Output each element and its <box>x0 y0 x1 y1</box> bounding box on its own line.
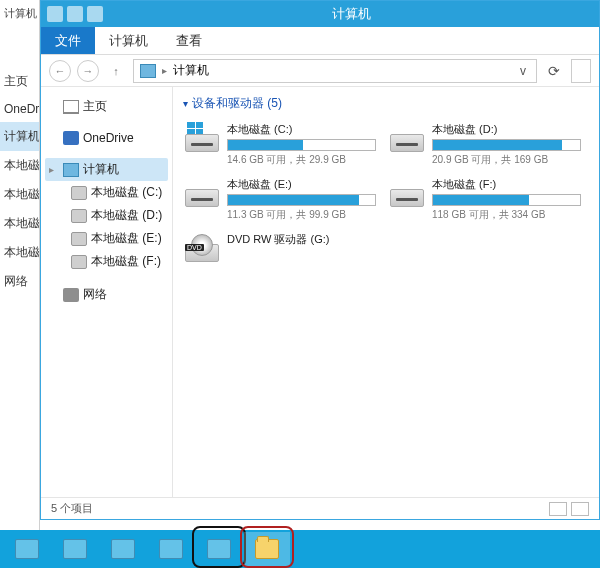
bg-tree-computer[interactable]: 计算机 <box>0 122 39 151</box>
drive-name: 本地磁盘 (C:) <box>227 122 376 137</box>
drive-space-text: 11.3 GB 可用，共 99.9 GB <box>227 208 376 222</box>
drive-icon <box>71 186 87 200</box>
computer-icon <box>140 64 156 78</box>
folder-icon <box>255 539 279 559</box>
window-title: 计算机 <box>109 5 593 23</box>
drive-usage-bar <box>432 194 581 206</box>
tree-drive-label: 本地磁盘 (E:) <box>91 230 162 247</box>
tree-computer-label: 计算机 <box>83 161 119 178</box>
bg-tree-drive-e[interactable]: 本地磁 <box>0 209 39 238</box>
onedrive-icon <box>63 131 79 145</box>
tree-home-label: 主页 <box>83 98 107 115</box>
up-button[interactable]: ↑ <box>105 60 127 82</box>
forward-icon: → <box>83 65 94 77</box>
drive-tile[interactable]: 本地磁盘 (E:)11.3 GB 可用，共 99.9 GB <box>183 175 378 224</box>
tree-drive-d[interactable]: 本地磁盘 (D:) <box>67 204 168 227</box>
home-icon <box>63 100 79 114</box>
drive-name: 本地磁盘 (D:) <box>432 122 581 137</box>
back-icon: ← <box>55 65 66 77</box>
bg-window-title: 计算机 <box>0 0 39 27</box>
search-box[interactable] <box>571 59 591 83</box>
chevron-down-icon: ▾ <box>183 98 188 109</box>
up-icon: ↑ <box>113 65 119 77</box>
qat-icon-1[interactable] <box>47 6 63 22</box>
view-details-button[interactable] <box>549 502 567 516</box>
dvd-drive-icon: DVD <box>185 232 219 262</box>
tab-file[interactable]: 文件 <box>41 27 95 54</box>
drive-space-text: 14.6 GB 可用，共 29.9 GB <box>227 153 376 167</box>
app-icon <box>63 539 87 559</box>
bg-tree-drive-c[interactable]: 本地磁 <box>0 151 39 180</box>
drive-usage-bar <box>432 139 581 151</box>
background-window-tree: 计算机 主页 OneDrive 计算机 本地磁 本地磁 本地磁 本地磁 网络 <box>0 0 40 530</box>
taskbar-button-explorer[interactable] <box>244 532 290 566</box>
breadcrumb-location[interactable]: 计算机 <box>173 62 209 79</box>
bg-tree-network[interactable]: 网络 <box>0 267 39 296</box>
view-icons-button[interactable] <box>571 502 589 516</box>
optical-drive-tile[interactable]: DVDDVD RW 驱动器 (G:) <box>183 230 378 264</box>
qat-icon-3[interactable] <box>87 6 103 22</box>
tree-drive-label: 本地磁盘 (D:) <box>91 207 162 224</box>
drive-tile[interactable]: 本地磁盘 (F:)118 GB 可用，共 334 GB <box>388 175 583 224</box>
hard-drive-icon <box>185 122 219 152</box>
refresh-button[interactable]: ⟳ <box>543 60 565 82</box>
address-bar[interactable]: ▸ 计算机 v <box>133 59 537 83</box>
drive-icon <box>71 209 87 223</box>
address-dropdown-button[interactable]: v <box>516 64 530 78</box>
group-header-label: 设备和驱动器 (5) <box>192 95 282 112</box>
tree-network-label: 网络 <box>83 286 107 303</box>
drive-space-text: 118 GB 可用，共 334 GB <box>432 208 581 222</box>
bg-tree-drive-d[interactable]: 本地磁 <box>0 180 39 209</box>
navigation-tree: 主页 OneDrive ▸ 计算机 本地磁盘 (C:) 本地磁盘 (D:) 本地… <box>41 87 173 497</box>
window-body: 主页 OneDrive ▸ 计算机 本地磁盘 (C:) 本地磁盘 (D:) 本地… <box>41 87 599 497</box>
tree-onedrive[interactable]: OneDrive <box>45 128 168 148</box>
tree-drive-label: 本地磁盘 (F:) <box>91 253 161 270</box>
group-header-devices[interactable]: ▾ 设备和驱动器 (5) <box>183 95 589 112</box>
bg-tree-onedrive[interactable]: OneDrive <box>0 96 39 122</box>
taskbar-button-2[interactable] <box>52 532 98 566</box>
quick-access-toolbar <box>47 6 103 22</box>
explorer-window: 计算机 文件 计算机 查看 ← → ↑ ▸ 计算机 v ⟳ 主页 <box>40 0 600 520</box>
taskbar-button-3[interactable] <box>100 532 146 566</box>
hard-drive-icon <box>185 177 219 207</box>
bg-tree-home[interactable]: 主页 <box>0 67 39 96</box>
refresh-icon: ⟳ <box>548 63 560 79</box>
computer-icon <box>63 163 79 177</box>
qat-icon-2[interactable] <box>67 6 83 22</box>
taskbar <box>0 530 600 568</box>
tree-drive-c[interactable]: 本地磁盘 (C:) <box>67 181 168 204</box>
app-icon <box>15 539 39 559</box>
hard-drive-icon <box>390 177 424 207</box>
drive-usage-bar <box>227 194 376 206</box>
tab-view[interactable]: 查看 <box>162 27 216 54</box>
drive-usage-bar <box>227 139 376 151</box>
status-item-count: 5 个项目 <box>51 501 93 516</box>
expand-icon[interactable]: ▸ <box>49 164 59 175</box>
status-bar: 5 个项目 <box>41 497 599 519</box>
forward-button[interactable]: → <box>77 60 99 82</box>
bg-tree-drive-f[interactable]: 本地磁 <box>0 238 39 267</box>
hard-drive-icon <box>390 122 424 152</box>
tree-home[interactable]: 主页 <box>45 95 168 118</box>
drive-tile[interactable]: 本地磁盘 (C:)14.6 GB 可用，共 29.9 GB <box>183 120 378 169</box>
navigation-row: ← → ↑ ▸ 计算机 v ⟳ <box>41 55 599 87</box>
title-bar[interactable]: 计算机 <box>41 1 599 27</box>
drive-tile[interactable]: 本地磁盘 (D:)20.9 GB 可用，共 169 GB <box>388 120 583 169</box>
app-icon <box>207 539 231 559</box>
tree-drive-f[interactable]: 本地磁盘 (F:) <box>67 250 168 273</box>
drive-icon <box>71 232 87 246</box>
taskbar-button-4[interactable] <box>148 532 194 566</box>
tree-drive-e[interactable]: 本地磁盘 (E:) <box>67 227 168 250</box>
drive-name: DVD RW 驱动器 (G:) <box>227 232 376 247</box>
drive-icon <box>71 255 87 269</box>
tree-computer[interactable]: ▸ 计算机 <box>45 158 168 181</box>
content-pane: ▾ 设备和驱动器 (5) 本地磁盘 (C:)14.6 GB 可用，共 29.9 … <box>173 87 599 497</box>
taskbar-button-1[interactable] <box>4 532 50 566</box>
tab-computer[interactable]: 计算机 <box>95 27 162 54</box>
tree-onedrive-label: OneDrive <box>83 131 134 145</box>
app-icon <box>111 539 135 559</box>
tree-network[interactable]: 网络 <box>45 283 168 306</box>
back-button[interactable]: ← <box>49 60 71 82</box>
taskbar-button-5[interactable] <box>196 532 242 566</box>
app-icon <box>159 539 183 559</box>
